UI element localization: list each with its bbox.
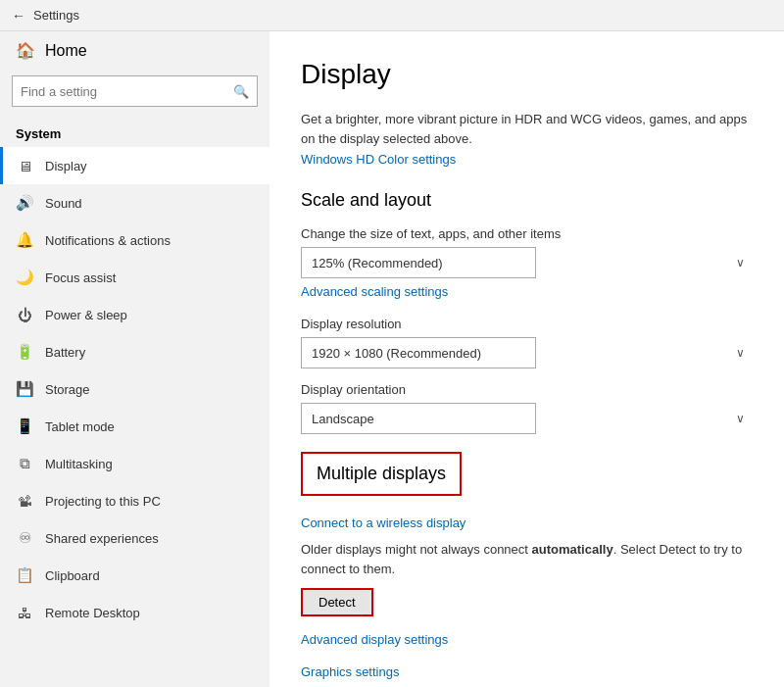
display-icon: 🖥 [16, 157, 33, 174]
sidebar-item-label: Storage [45, 382, 90, 397]
advanced-scaling-link[interactable]: Advanced scaling settings [301, 284, 753, 299]
sidebar-section-label: System [0, 119, 270, 147]
focus-icon: 🌙 [16, 269, 33, 286]
sidebar-item-power[interactable]: ⏻ Power & sleep [0, 296, 270, 333]
hdr-description: Get a brighter, more vibrant picture in … [301, 110, 753, 148]
search-box[interactable]: 🔍 [12, 75, 258, 107]
sidebar-item-multitasking[interactable]: ⧉ Multitasking [0, 445, 270, 482]
sidebar-item-storage[interactable]: 💾 Storage [0, 370, 270, 408]
power-icon: ⏻ [16, 306, 33, 323]
sidebar-item-label: Remote Desktop [45, 606, 140, 620]
hdr-link[interactable]: Windows HD Color settings [301, 152, 753, 167]
detect-info: Older displays might not always connect … [301, 540, 753, 578]
sidebar-item-sound[interactable]: 🔊 Sound [0, 184, 270, 221]
titlebar-title: Settings [33, 8, 79, 23]
back-button[interactable]: ← [12, 8, 25, 24]
sidebar-item-label: Display [45, 159, 87, 173]
sidebar-item-label: Battery [45, 345, 85, 360]
sidebar-item-battery[interactable]: 🔋 Battery [0, 333, 270, 370]
multitasking-icon: ⧉ [16, 455, 33, 472]
detect-info-bold: automatically [532, 542, 613, 557]
scale-section-title: Scale and layout [301, 190, 753, 211]
notifications-icon: 🔔 [16, 231, 33, 249]
search-input[interactable] [21, 84, 233, 99]
titlebar: ← Settings [0, 0, 784, 31]
resolution-dropdown[interactable]: 1920 × 1080 (Recommended) 1280 × 720 102… [301, 337, 536, 368]
storage-icon: 💾 [16, 380, 33, 398]
home-icon: 🏠 [16, 41, 35, 60]
sidebar-item-label: Shared experiences [45, 531, 159, 546]
sidebar-item-notifications[interactable]: 🔔 Notifications & actions [0, 221, 270, 259]
multiple-displays-section: Multiple displays [301, 452, 462, 496]
page-title: Display [301, 59, 753, 90]
sidebar-item-display[interactable]: 🖥 Display [0, 147, 270, 184]
scale-dropdown[interactable]: 125% (Recommended) 100% 150% 175% [301, 247, 536, 278]
wireless-link[interactable]: Connect to a wireless display [301, 515, 753, 530]
resolution-dropdown-wrapper: 1920 × 1080 (Recommended) 1280 × 720 102… [301, 337, 753, 368]
scale-dropdown-arrow: ∨ [736, 256, 745, 270]
sidebar-item-projecting[interactable]: 📽 Projecting to this PC [0, 482, 270, 519]
sidebar-item-label: Focus assist [45, 270, 116, 285]
graphics-link[interactable]: Graphics settings [301, 664, 753, 679]
sidebar-item-label: Tablet mode [45, 419, 115, 434]
sidebar: 🏠 Home 🔍 System 🖥 Display 🔊 Sound 🔔 Noti… [0, 31, 270, 687]
sound-icon: 🔊 [16, 194, 33, 212]
resolution-dropdown-arrow: ∨ [736, 346, 745, 360]
content-area: Display Get a brighter, more vibrant pic… [270, 31, 784, 687]
sidebar-item-label: Multitasking [45, 457, 113, 471]
advanced-display-link[interactable]: Advanced display settings [301, 632, 753, 647]
sidebar-item-label: Notifications & actions [45, 233, 171, 248]
multiple-displays-title: Multiple displays [317, 464, 446, 483]
sidebar-item-shared[interactable]: ♾ Shared experiences [0, 519, 270, 557]
scale-label: Change the size of text, apps, and other… [301, 226, 753, 241]
sidebar-item-label: Clipboard [45, 568, 100, 583]
sidebar-item-label: Sound [45, 196, 82, 211]
main-layout: 🏠 Home 🔍 System 🖥 Display 🔊 Sound 🔔 Noti… [0, 31, 784, 687]
orientation-label: Display orientation [301, 382, 753, 397]
detect-info-part1: Older displays might not always connect [301, 542, 532, 557]
projecting-icon: 📽 [16, 492, 33, 510]
sidebar-item-clipboard[interactable]: 📋 Clipboard [0, 557, 270, 594]
search-icon[interactable]: 🔍 [233, 84, 249, 99]
scale-dropdown-wrapper: 125% (Recommended) 100% 150% 175% ∨ [301, 247, 753, 278]
battery-icon: 🔋 [16, 343, 33, 361]
resolution-label: Display resolution [301, 317, 753, 331]
sidebar-item-label: Projecting to this PC [45, 494, 161, 509]
sidebar-item-label: Power & sleep [45, 308, 127, 322]
orientation-dropdown-arrow: ∨ [736, 412, 745, 425]
sidebar-item-tablet[interactable]: 📱 Tablet mode [0, 408, 270, 445]
detect-button[interactable]: Detect [301, 588, 373, 616]
sidebar-item-remote[interactable]: 🖧 Remote Desktop [0, 594, 270, 631]
orientation-dropdown[interactable]: Landscape Portrait Landscape (flipped) P… [301, 403, 536, 434]
remote-icon: 🖧 [16, 604, 33, 621]
clipboard-icon: 📋 [16, 566, 33, 584]
sidebar-item-home[interactable]: 🏠 Home [0, 31, 270, 70]
sidebar-home-label: Home [45, 42, 87, 60]
shared-icon: ♾ [16, 529, 33, 547]
detect-section: Older displays might not always connect … [301, 540, 753, 616]
tablet-icon: 📱 [16, 417, 33, 435]
sidebar-item-focus[interactable]: 🌙 Focus assist [0, 259, 270, 296]
orientation-dropdown-wrapper: Landscape Portrait Landscape (flipped) P… [301, 403, 753, 434]
